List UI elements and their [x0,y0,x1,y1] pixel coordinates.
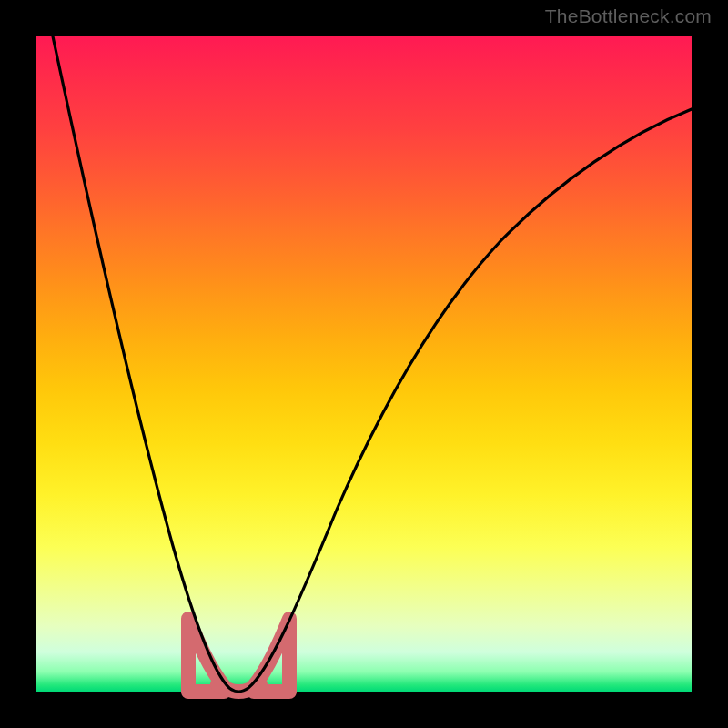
chart-frame: TheBottleneck.com [0,0,728,728]
plot-area [36,36,692,692]
curve-line [53,36,692,692]
watermark-text: TheBottleneck.com [545,5,712,27]
bottleneck-curve [36,36,692,692]
